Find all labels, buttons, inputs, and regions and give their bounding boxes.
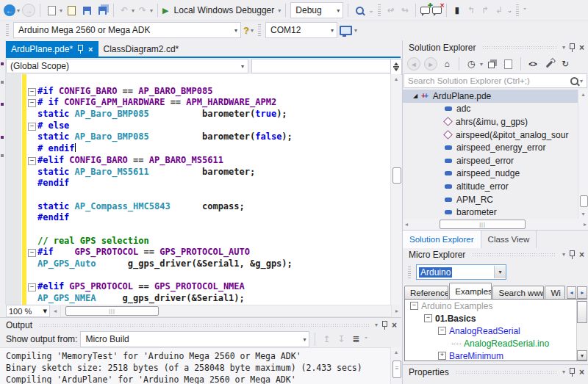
start-debug-button[interactable]: Local Windows Debugger [174, 5, 275, 15]
scrollbar-thumb[interactable] [577, 301, 587, 323]
clear-bookmarks-button[interactable]: ↲ [493, 4, 505, 16]
undo-button[interactable]: ↶ [118, 4, 130, 16]
scroll-left-icon[interactable]: ◂ [403, 221, 410, 228]
solution-explorer-title-bar[interactable]: Solution Explorer ▾ × [403, 40, 588, 54]
fold-collapse-icon[interactable]: − [28, 157, 36, 165]
serial-monitor-button[interactable] [340, 23, 353, 37]
code-line[interactable]: −#if GPS_PROTOCOL == GPS_PROTOCOL_AUTO [6, 247, 390, 258]
scrollbar-thumb[interactable]: ||| [65, 306, 159, 316]
code-line[interactable]: static AP_Baro_BMP085 barometer(false); [6, 131, 390, 143]
window-position-icon[interactable]: ▾ [375, 322, 378, 328]
tab-solution-explorer[interactable]: Solution Explorer [403, 231, 481, 248]
code-line[interactable]: #endif [6, 212, 390, 224]
scroll-up-icon[interactable]: ▴ [391, 76, 401, 82]
home-button[interactable]: ⌂ [441, 58, 453, 70]
toolbar-overflow-icon[interactable]: ⌄ [368, 7, 373, 14]
toolbar-more-icon[interactable]: ” [365, 336, 366, 343]
fold-collapse-icon[interactable]: − [28, 99, 36, 107]
tab-examples[interactable]: Examples [449, 283, 492, 299]
collapse-box-icon[interactable]: − [410, 302, 418, 310]
examples-tree-item[interactable]: AnalogReadSerial.ino [405, 337, 587, 349]
navigate-backward-code-button[interactable]: ↫ [385, 4, 397, 16]
navigate-back-button[interactable]: ← [4, 4, 15, 16]
close-icon[interactable]: × [392, 320, 397, 330]
code-editor[interactable]: −#if CONFIG_BARO == AP_BARO_BMP085−# if … [6, 74, 390, 305]
scroll-right-icon[interactable]: ▸ [581, 221, 588, 228]
code-line[interactable]: #endif [6, 178, 390, 189]
collapse-all-icon[interactable] [488, 62, 495, 68]
code-line[interactable] [6, 224, 390, 236]
output-log[interactable]: Compiling 'MemoryTest' for 'Arduino Mega… [0, 347, 401, 384]
toolbar-more-icon[interactable]: ” [523, 7, 525, 14]
delete-comment-button[interactable]: ✕ [432, 7, 442, 14]
save-button[interactable] [80, 4, 93, 17]
pin-icon[interactable] [569, 250, 576, 259]
solution-explorer-item[interactable]: airspeed(&pitot_analog_sour [403, 128, 578, 142]
tab-classdiagram[interactable]: ClassDiagram2.cd* [98, 41, 184, 57]
scrollbar-thumb[interactable] [580, 195, 588, 207]
window-position-icon[interactable]: ▾ [562, 369, 565, 375]
help-dropdown-icon[interactable]: ▾ [251, 27, 254, 34]
collapse-box-icon[interactable]: − [438, 327, 446, 335]
se-forward-button[interactable]: ▸ [424, 57, 437, 70]
tree-item-arduplane-pde[interactable]: ◢ ++ ArduPlane.pde [403, 90, 578, 103]
toolbar-grip[interactable] [408, 267, 411, 278]
output-source-select[interactable]: Micro Build ▾ [80, 331, 309, 347]
next-bookmark-button[interactable]: ↱ [479, 4, 491, 16]
code-line[interactable]: static AP_Compass_HMC5843 compass; [6, 201, 390, 213]
editor-horizontal-scrollbar[interactable]: ||| [60, 305, 392, 317]
toolbar-grip[interactable] [6, 24, 9, 36]
start-debug-dropdown-icon[interactable]: ▾ [278, 7, 281, 14]
tab-arduplane[interactable]: ArduPlane.pde* × [6, 41, 98, 57]
drag-grip[interactable] [456, 370, 556, 374]
drag-grip[interactable] [482, 46, 556, 49]
platform-select[interactable]: Arduino ▾ [416, 264, 506, 280]
collapse-box-icon[interactable]: − [424, 314, 432, 322]
sync-with-active-document-button[interactable]: ↻ [559, 58, 571, 70]
code-line[interactable]: −# if CONFIG_APM_HARDWARE == APM_HARDWAR… [6, 97, 390, 109]
serial-monitor-dropdown-icon[interactable]: ▾ [354, 27, 357, 34]
filter-dropdown-icon[interactable]: ▾ [480, 61, 483, 68]
chevron-down-icon[interactable]: ▾ [494, 266, 506, 278]
new-file-button[interactable] [45, 4, 58, 17]
scrollbar-thumb[interactable]: ≡ [392, 361, 401, 378]
code-line[interactable] [6, 74, 390, 86]
micro-explorer-title-bar[interactable]: Micro Explorer ▾ × [403, 247, 588, 261]
solution-explorer-search[interactable]: Search Solution Explorer (Ctrl+;) ▾ [404, 73, 587, 88]
add-comment-button[interactable]: ✚ [420, 7, 430, 14]
scope-select[interactable]: (Global Scope) ▾ [6, 59, 248, 73]
show-all-files-button[interactable] [501, 57, 514, 70]
solution-explorer-item[interactable]: airspeed_nudge [403, 167, 578, 181]
se-back-button[interactable]: ◂ [407, 57, 420, 70]
serial-port-select[interactable]: COM12 ▾ [265, 22, 337, 38]
help-button[interactable]: ? [243, 25, 249, 36]
editor-split-handle[interactable] [390, 59, 402, 75]
redo-dropdown-icon[interactable]: ▾ [150, 7, 153, 14]
pending-changes-filter-button[interactable]: ◷ [465, 58, 477, 70]
search-icon[interactable] [570, 77, 578, 85]
new-file-dropdown-icon[interactable]: ▾ [60, 7, 62, 14]
examples-tree-item[interactable]: −AnalogReadSerial [405, 325, 587, 337]
start-debug-icon[interactable]: ▶ [162, 6, 168, 15]
output-scrollbar[interactable]: ▴ ≡ [390, 347, 401, 384]
tab-class-view[interactable]: Class View [481, 231, 537, 248]
view-code-button[interactable]: <> [527, 58, 539, 70]
se-horizontal-scrollbar[interactable]: ◂ ||| ▸ [403, 219, 588, 230]
search-options-icon[interactable]: ▾ [580, 78, 583, 84]
previous-message-button[interactable]: ↥ [320, 333, 332, 345]
tab-scroll-right-button[interactable]: ▸ [577, 286, 587, 299]
pin-icon[interactable] [381, 321, 388, 330]
undo-dropdown-icon[interactable]: ▾ [132, 7, 135, 14]
code-line[interactable]: −#elif CONFIG_BARO == AP_BARO_MS5611 [6, 155, 390, 167]
member-select[interactable]: ▾ [251, 59, 409, 73]
tab-wiki[interactable]: Wi [545, 286, 564, 299]
solution-explorer-item[interactable]: adc [403, 103, 578, 116]
properties-title-bar[interactable]: Properties ▾ × [403, 365, 588, 379]
examples-tree-item[interactable]: −01.Basics [405, 312, 587, 325]
clear-all-button[interactable]: ≣ [350, 333, 362, 345]
solution-explorer-item[interactable]: altitude_error [403, 180, 578, 193]
solution-explorer-item[interactable]: APM_RC [403, 193, 578, 206]
redo-button[interactable]: ↷ [137, 4, 148, 16]
next-message-button[interactable]: ↧ [335, 333, 347, 345]
scroll-up-icon[interactable]: ▴ [391, 349, 401, 355]
